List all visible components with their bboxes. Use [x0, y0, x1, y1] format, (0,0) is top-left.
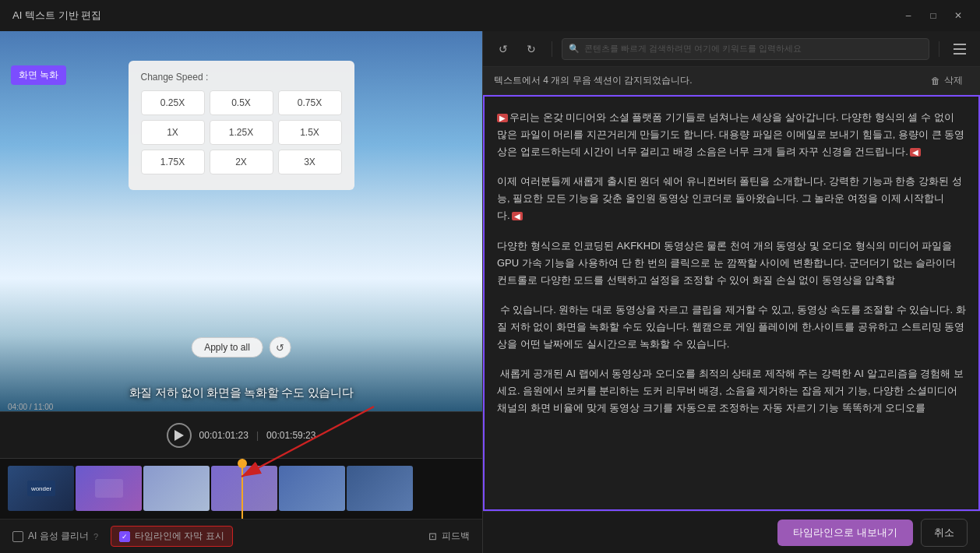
maximize-button[interactable]: □	[924, 6, 943, 25]
toolbar-divider-2	[939, 41, 939, 57]
playhead	[241, 459, 243, 519]
left-panel: 화면 녹화 Change Speed : 0.25X 0.5X 0.75X 1X…	[0, 31, 483, 553]
bottom-toolbar: AI 음성 클리너 ? ✓ 타임라인에 자막 표시 ⊡ 피드백	[0, 519, 482, 553]
list-view-button[interactable]	[949, 38, 971, 60]
speed-btn-15[interactable]: 1.5X	[278, 120, 342, 145]
title-bar: AI 텍스트 기반 편집 – □ ✕	[0, 0, 980, 31]
action-bar: 타임라인으로 내보내기 취소	[483, 511, 980, 553]
speed-btn-025[interactable]: 0.25X	[141, 90, 205, 115]
playback-controls: 00:01:01:23 | 00:01:59:23	[0, 411, 482, 458]
paragraph-5: 새롭게 공개된 AI 랩에서 동영상과 오디오를 최적의 상태로 제작해 주는 …	[497, 365, 966, 417]
search-icon: 🔍	[569, 44, 580, 54]
timeline-thumb-2	[76, 466, 142, 511]
apply-to-all-button[interactable]: Apply to all	[191, 337, 263, 358]
paragraph-2: 이제 여러분들께 새롭게 출시된 원더 쉐어 유니컨버터 폴틴을 소개합니다. …	[497, 173, 966, 224]
ai-cleaner-item[interactable]: AI 음성 클리너 ?	[12, 530, 98, 543]
speed-btn-2[interactable]: 2X	[210, 150, 273, 174]
video-label: 화면 녹화	[11, 65, 66, 85]
window-controls: – □ ✕	[899, 6, 968, 25]
timeline-thumb-5	[279, 466, 345, 511]
right-toolbar: ↺ ↻ 🔍 콘텐츠를 빠르게 검색하려면 여기에 키워드를 입력하세요	[483, 31, 980, 67]
subtitle-display-item[interactable]: ✓ 타임라인에 자막 표시	[111, 526, 233, 547]
subtitle-overlay: 화질 저하 없이 화면을 녹화할 수도 있습니다	[0, 386, 482, 400]
speed-grid: 0.25X 0.5X 0.75X 1X 1.25X 1.5X 1.75X 2X …	[141, 90, 342, 174]
paragraph-3: 다양한 형식으로 인코딩된 AKFKHDI 동영상은 물론 천여 개의 동영상 …	[497, 238, 966, 289]
speed-btn-175[interactable]: 1.75X	[141, 150, 205, 174]
timeline-strip[interactable]: wonder	[0, 458, 482, 519]
subtitle-display-label: 타임라인에 자막 표시	[135, 530, 224, 543]
speed-btn-3[interactable]: 3X	[278, 150, 342, 174]
total-time: 00:01:59:23	[266, 430, 316, 441]
toolbar-divider	[552, 41, 552, 57]
speed-panel: Change Speed : 0.25X 0.5X 0.75X 1X 1.25X…	[129, 61, 354, 190]
paragraph-1-text: 우리는 온갖 미디어와 소셜 플랫폼 기기들로 넘쳐나는 세상을 살아갑니다. …	[497, 111, 964, 157]
timeline-thumb-1: wonder	[8, 466, 74, 511]
svg-marker-0	[174, 430, 184, 441]
end-marker-1: ◀	[910, 148, 921, 157]
apply-area: Apply to all ↺	[191, 336, 291, 358]
timeline-thumb-4	[211, 466, 277, 511]
right-panel: ↺ ↻ 🔍 콘텐츠를 빠르게 검색하려면 여기에 키워드를 입력하세요 텍스트에…	[483, 31, 980, 553]
speed-btn-1[interactable]: 1X	[141, 120, 205, 145]
play-button[interactable]	[167, 423, 192, 448]
info-text: 텍스트에서 4 개의 무음 섹션이 감지되었습니다.	[494, 74, 693, 87]
close-button[interactable]: ✕	[949, 6, 968, 25]
subtitle-checkbox[interactable]: ✓	[119, 531, 130, 542]
delete-button[interactable]: 🗑 삭제	[925, 72, 969, 90]
speed-panel-title: Change Speed :	[141, 72, 342, 83]
video-area: 화면 녹화 Change Speed : 0.25X 0.5X 0.75X 1X…	[0, 31, 482, 411]
undo-button[interactable]: ↺	[492, 38, 514, 60]
svg-text:wonder: wonder	[30, 485, 51, 492]
timeline-thumb-6	[347, 466, 413, 511]
timeline-thumb-3	[143, 466, 210, 511]
main-layout: 화면 녹화 Change Speed : 0.25X 0.5X 0.75X 1X…	[0, 31, 980, 553]
feedback-item[interactable]: ⊡ 피드백	[428, 530, 470, 543]
svg-rect-7	[954, 48, 966, 50]
ai-cleaner-label: AI 음성 클리너	[28, 530, 89, 543]
speed-btn-05[interactable]: 0.5X	[210, 90, 273, 115]
help-icon: ?	[93, 532, 98, 541]
redo-button[interactable]: ↻	[520, 38, 542, 60]
refresh-button[interactable]: ↺	[270, 336, 291, 358]
subtitle-text: 화질 저하 없이 화면을 녹화할 수도 있습니다	[16, 386, 467, 400]
export-button[interactable]: 타임라인으로 내보내기	[777, 520, 913, 546]
current-time: 00:01:01:23	[199, 430, 249, 441]
feedback-label: 피드백	[442, 530, 470, 543]
minimize-button[interactable]: –	[899, 6, 918, 25]
paragraph-1: ▶우리는 온갖 미디어와 소셜 플랫폼 기기들로 넘쳐나는 세상을 살아갑니다.…	[497, 109, 966, 160]
delete-icon: 🗑	[931, 76, 940, 86]
video-container: 화면 녹화 Change Speed : 0.25X 0.5X 0.75X 1X…	[0, 31, 482, 411]
paragraph-4: 수 있습니다. 원하는 대로 동영상을 자르고 클립을 제거할 수 있고, 동영…	[497, 301, 966, 353]
info-bar: 텍스트에서 4 개의 무음 섹션이 감지되었습니다. 🗑 삭제	[483, 67, 980, 95]
svg-rect-3	[95, 479, 123, 498]
svg-rect-6	[954, 44, 966, 45]
search-box[interactable]: 🔍 콘텐츠를 빠르게 검색하려면 여기에 키워드를 입력하세요	[562, 38, 929, 60]
text-content-area: ▶우리는 온갖 미디어와 소셜 플랫폼 기기들로 넘쳐나는 세상을 살아갑니다.…	[483, 95, 980, 511]
speed-btn-075[interactable]: 0.75X	[278, 90, 342, 115]
video-timestamp: 04:00 / 11:00	[8, 403, 53, 411]
cancel-button[interactable]: 취소	[921, 519, 968, 547]
timeline-thumbnails: wonder	[0, 466, 421, 512]
end-marker-2: ◀	[512, 212, 523, 220]
window-title: AI 텍스트 기반 편집	[12, 9, 899, 23]
feedback-icon: ⊡	[428, 530, 437, 542]
delete-label: 삭제	[944, 74, 963, 87]
ai-cleaner-checkbox[interactable]	[12, 531, 23, 542]
search-placeholder: 콘텐츠를 빠르게 검색하려면 여기에 키워드를 입력하세요	[584, 43, 802, 55]
speed-btn-125[interactable]: 1.25X	[210, 120, 273, 145]
svg-rect-8	[954, 53, 966, 55]
time-divider: |	[256, 430, 259, 441]
start-marker-1: ▶	[497, 114, 508, 122]
